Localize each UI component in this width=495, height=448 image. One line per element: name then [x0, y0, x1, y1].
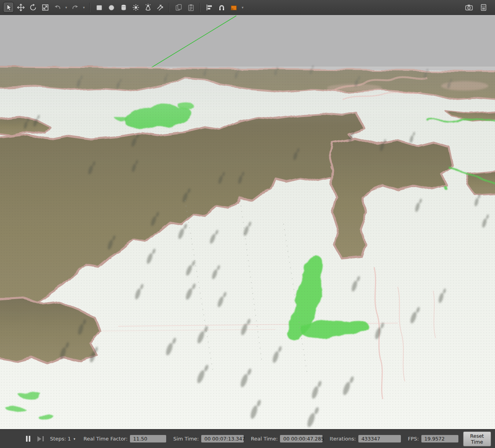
step-icon [37, 436, 41, 442]
snap-tool-button[interactable] [216, 2, 227, 13]
main-toolbar: ▾ ▾ [0, 0, 495, 15]
log-icon: LOG [479, 3, 488, 12]
toolbar-separator [200, 3, 200, 12]
cylinder-icon [119, 3, 128, 12]
pause-icon [29, 436, 30, 442]
pause-button[interactable] [26, 436, 30, 442]
step-button[interactable] [37, 436, 44, 442]
real-time-label: Real Time: [251, 436, 278, 442]
scale-icon [41, 3, 50, 12]
move-icon [17, 3, 25, 12]
toolbar-separator [89, 3, 90, 12]
translate-tool-button[interactable] [15, 2, 26, 13]
align-tool-button[interactable] [204, 2, 215, 13]
fps-value: 19.9572 [421, 435, 458, 442]
sphere-icon [107, 3, 116, 12]
gazebo-window: ▾ ▾ [0, 0, 495, 448]
toolbar-right-group: LOG [463, 2, 492, 13]
render-viewport[interactable] [0, 15, 495, 429]
spotlight-icon [144, 3, 152, 12]
undo-button[interactable] [52, 2, 63, 13]
toolbar-separator [169, 3, 170, 12]
pause-icon [26, 436, 28, 442]
terrain-scene [0, 15, 495, 429]
camera-icon [465, 3, 473, 12]
sim-time-value: 00 00:07:13.347 [201, 435, 244, 442]
log-record-button[interactable]: LOG [478, 2, 489, 13]
undo-icon [53, 3, 62, 12]
insert-box-button[interactable] [94, 2, 104, 13]
insert-sphere-button[interactable] [106, 2, 117, 13]
point-light-button[interactable] [130, 2, 141, 13]
joint-dropdown[interactable]: ▾ [241, 6, 245, 9]
steps-spinner[interactable]: Steps: 1 ▾ [50, 436, 76, 442]
iterations-label: Iterations: [330, 436, 356, 442]
screenshot-button[interactable] [463, 2, 474, 13]
sim-time-label: Sim Time: [173, 436, 199, 442]
rtf-label: Real Time Factor: [83, 436, 128, 442]
align-icon [205, 3, 214, 12]
steps-label: Steps: [50, 436, 66, 442]
steps-caret-icon[interactable]: ▾ [72, 437, 76, 441]
joint-creation-button[interactable] [228, 2, 239, 13]
copy-button[interactable] [173, 2, 184, 13]
reset-time-button[interactable]: Reset Time [463, 431, 491, 446]
spot-light-button[interactable] [143, 2, 153, 13]
directional-light-button[interactable] [155, 2, 165, 13]
iterations-value: 433347 [358, 435, 401, 442]
real-time-value: 00 00:00:47.285 [280, 435, 323, 442]
paste-button[interactable] [185, 2, 196, 13]
redo-button[interactable] [70, 2, 80, 13]
rotate-icon [29, 3, 37, 12]
sun-icon [132, 3, 140, 12]
steps-value: 1 [68, 436, 71, 442]
redo-icon [71, 3, 80, 12]
step-icon [43, 436, 44, 441]
paste-icon [187, 3, 195, 12]
undo-history-dropdown[interactable]: ▾ [64, 6, 68, 9]
cursor-icon [4, 3, 13, 12]
fps-label: FPS: [408, 436, 419, 442]
directional-light-icon [156, 3, 165, 12]
box-icon [95, 3, 104, 12]
copy-icon [174, 3, 183, 12]
redo-history-dropdown[interactable]: ▾ [82, 6, 86, 9]
magnet-icon [217, 3, 226, 12]
scale-tool-button[interactable] [40, 2, 50, 13]
rotate-tool-button[interactable] [28, 2, 38, 13]
insert-cylinder-button[interactable] [118, 2, 129, 13]
joint-icon [230, 3, 238, 12]
select-tool-button[interactable] [3, 2, 14, 13]
time-panel: Steps: 1 ▾ Real Time Factor: 11.50 Sim T… [0, 429, 495, 448]
rtf-value: 11.50 [130, 435, 166, 442]
svg-text:LOG: LOG [482, 5, 486, 7]
